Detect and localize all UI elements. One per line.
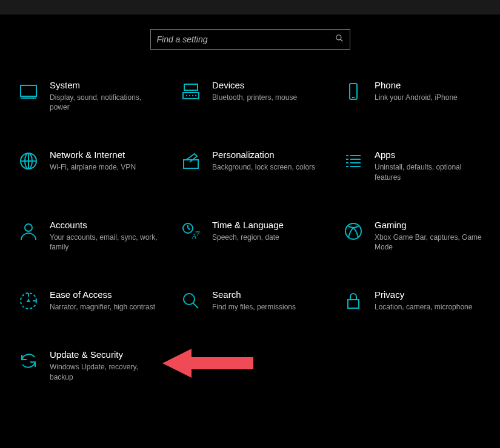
category-title: Accounts [50,220,159,230]
category-desc: Uninstall, defaults, optional features [375,162,484,182]
category-system[interactable]: System Display, sound, notifications, po… [18,80,176,112]
category-desc: Link your Android, iPhone [375,93,458,102]
category-text: Update & Security Windows Update, recove… [50,349,159,381]
system-icon [18,81,39,102]
title-bar [0,0,500,15]
magnifier-icon [181,291,201,311]
category-title: Update & Security [50,349,159,360]
settings-home: System Display, sound, notifications, po… [0,15,500,382]
category-desc: Display, sound, notifications, power [50,93,159,112]
apps-icon [343,151,364,171]
category-text: Ease of Access Narrator, magnifier, high… [50,289,155,312]
category-title: Time & Language [212,220,284,230]
category-text: Network & Internet Wi-Fi, airplane mode,… [50,150,136,172]
category-gaming[interactable]: Gaming Xbox Game Bar, captures, Game Mod… [343,220,500,252]
category-apps[interactable]: Apps Uninstall, defaults, optional featu… [343,150,500,182]
category-title: Network & Internet [50,150,136,160]
category-title: Devices [212,80,297,90]
svg-point-34 [184,294,195,305]
category-text: System Display, sound, notifications, po… [50,80,159,112]
category-text: Devices Bluetooth, printers, mouse [212,80,297,102]
category-title: Apps [375,150,484,160]
svg-rect-2 [21,85,36,96]
search-input[interactable] [157,35,335,44]
category-update-security[interactable]: Update & Security Windows Update, recove… [18,349,176,381]
devices-icon [181,81,201,102]
search-icon [335,34,344,45]
category-privacy[interactable]: Privacy Location, camera, microphone [343,289,500,312]
category-desc: Your accounts, email, sync, work, family [50,232,159,252]
category-text: Search Find my files, permissions [212,289,296,312]
category-desc: Windows Update, recovery, backup [50,362,159,381]
time-language-icon: A 字 [181,221,201,242]
svg-point-0 [336,35,341,40]
category-title: Search [212,289,296,300]
svg-line-1 [340,39,342,42]
category-desc: Bluetooth, printers, mouse [212,93,297,102]
svg-point-31 [345,223,361,239]
category-desc: Find my files, permissions [212,302,296,312]
category-text: Phone Link your Android, iPhone [375,80,458,102]
category-accounts[interactable]: Accounts Your accounts, email, sync, wor… [18,220,176,252]
category-desc: Narrator, magnifier, high contrast [50,302,155,312]
svg-rect-4 [184,84,198,90]
category-desc: Wi-Fi, airplane mode, VPN [50,162,136,172]
paintbrush-icon [181,151,201,171]
category-grid: System Display, sound, notifications, po… [0,80,500,382]
category-devices[interactable]: Devices Bluetooth, printers, mouse [181,80,338,112]
category-ease[interactable]: Ease of Access Narrator, magnifier, high… [18,289,176,312]
category-desc: Speech, region, date [212,232,284,242]
ease-of-access-icon [18,291,39,311]
category-time[interactable]: A 字 Time & Language Speech, region, date [181,220,338,252]
category-text: Apps Uninstall, defaults, optional featu… [375,150,484,182]
svg-point-8 [192,95,193,96]
svg-line-35 [193,303,198,308]
category-title: Ease of Access [50,289,155,300]
category-title: System [50,80,159,90]
svg-point-25 [25,224,32,231]
category-desc: Background, lock screen, colors [212,162,315,172]
lock-icon [343,291,364,311]
category-text: Privacy Location, camera, microphone [375,289,472,312]
category-title: Phone [375,80,458,90]
svg-point-7 [189,95,190,96]
xbox-icon [343,221,364,242]
category-title: Personalization [212,150,315,160]
category-text: Accounts Your accounts, email, sync, wor… [50,220,159,252]
search-box[interactable] [150,29,350,50]
category-desc: Location, camera, microphone [375,302,472,312]
svg-rect-36 [348,300,359,308]
phone-icon [343,81,364,102]
svg-marker-33 [27,298,30,302]
category-network[interactable]: Network & Internet Wi-Fi, airplane mode,… [18,150,176,182]
person-icon [18,221,39,242]
svg-line-28 [188,228,190,229]
category-text: Gaming Xbox Game Bar, captures, Game Mod… [375,220,484,252]
category-title: Gaming [375,220,484,230]
update-icon [18,351,39,371]
category-text: Time & Language Speech, region, date [212,220,284,242]
svg-point-9 [195,95,196,96]
globe-icon [18,151,39,171]
category-desc: Xbox Game Bar, captures, Game Mode [375,232,484,252]
svg-point-6 [186,95,187,96]
search-row [0,29,500,50]
category-phone[interactable]: Phone Link your Android, iPhone [343,80,500,112]
category-search[interactable]: Search Find my files, permissions [181,289,338,312]
category-personalization[interactable]: Personalization Background, lock screen,… [181,150,338,182]
category-title: Privacy [375,289,472,300]
category-text: Personalization Background, lock screen,… [212,150,315,172]
svg-text:字: 字 [195,231,201,237]
